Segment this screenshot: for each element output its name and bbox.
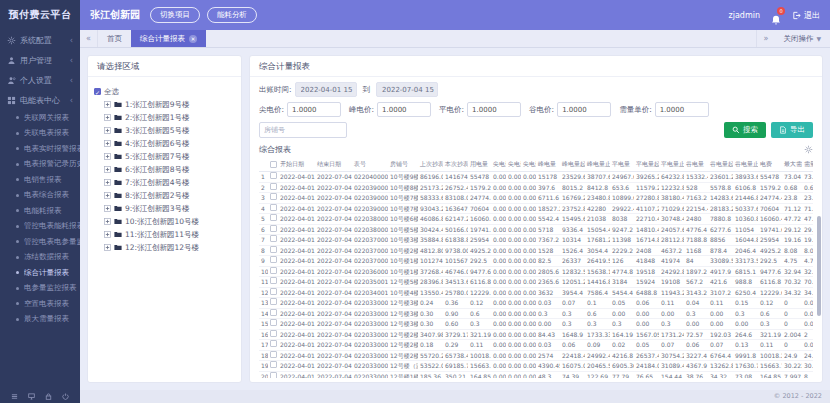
sidebar-group-personal-settings[interactable]: 个人设置 ‹ (0, 70, 80, 90)
price-filter-input-2[interactable] (467, 102, 521, 117)
tree-node[interactable]: 3:张江创新园5号楼 (94, 124, 235, 137)
sidebar-item[interactable]: 冻结数据报表 (0, 250, 80, 266)
topbar-pill-button[interactable]: 能耗分析 (207, 7, 257, 23)
tree-node[interactable]: 9:张江创新园3号楼 (94, 202, 235, 215)
report-table-container[interactable]: 开始日期结束日期表号房铺号上次抄表本次抄表用电量尖电量尖电量起尖电量止峰电量峰电… (259, 158, 813, 378)
tree-node[interactable]: 2:张江创新园1号楼 (94, 111, 235, 124)
row-checkbox[interactable] (270, 183, 277, 190)
sidebar-item[interactable]: 电参量监控报表 (0, 281, 80, 297)
row-checkbox[interactable] (270, 340, 277, 347)
tree-node[interactable]: 10:张江创新园10号楼 (94, 215, 235, 228)
row-checkbox[interactable] (270, 309, 277, 316)
row-checkbox[interactable] (270, 204, 277, 211)
tab-综合计量报表[interactable]: 综合计量报表 ✕ (131, 30, 206, 47)
table-row[interactable]: 17 2022-04-012022-07-040220330000812号楼2楼… (259, 340, 813, 351)
table-row[interactable]: 20 2022-04-012022-07-040220330000312号楼1楼… (259, 371, 813, 378)
table-row[interactable]: 7 2022-04-012022-07-040220370000310号楼3楼（… (259, 235, 813, 246)
row-checkbox[interactable] (270, 246, 277, 253)
sidebar-group-meter-center[interactable]: 电能表中心 ‹ (0, 90, 80, 110)
table-row[interactable]: 8 2022-04-012022-07-040220370000210号楼2楼（… (259, 245, 813, 256)
row-checkbox[interactable] (270, 288, 277, 295)
power-icon[interactable] (62, 393, 69, 400)
table-row[interactable]: 14 2022-04-012022-07-040220330000812号楼3楼… (259, 308, 813, 319)
table-row[interactable]: 19 2022-04-012022-07-040220330000612号楼（温… (259, 361, 813, 372)
date-from-input[interactable] (295, 82, 357, 97)
tree-node[interactable]: 4:张江创新园6号楼 (94, 137, 235, 150)
monitor-icon[interactable] (28, 393, 35, 400)
row-checkbox[interactable] (270, 372, 277, 379)
price-filter-input-0[interactable] (287, 102, 341, 117)
row-checkbox[interactable] (270, 351, 277, 358)
expand-icon[interactable] (104, 231, 111, 238)
tab-close-icon[interactable]: ✕ (189, 35, 197, 43)
row-checkbox[interactable] (270, 267, 277, 274)
tree-node[interactable]: 8:张江创新园2号楼 (94, 189, 235, 202)
expand-icon[interactable] (104, 101, 111, 108)
table-row[interactable]: 12 2022-04-012022-07-040220340010110号楼4楼… (259, 287, 813, 298)
expand-icon[interactable] (104, 218, 111, 225)
tree-node[interactable]: 11:张江创新园11号楼 (94, 228, 235, 241)
row-checkbox[interactable] (270, 214, 277, 221)
expand-icon[interactable] (104, 114, 111, 121)
row-checkbox[interactable] (270, 235, 277, 242)
price-filter-input-3[interactable] (557, 102, 611, 117)
expand-icon[interactable] (104, 127, 111, 134)
sidebar-group-user-mgmt[interactable]: 用户管理 ‹ (0, 50, 80, 70)
table-row[interactable]: 15 2022-04-012022-07-040220330000412号楼3楼… (259, 319, 813, 330)
table-settings-gear-icon[interactable] (804, 145, 813, 154)
table-row[interactable]: 13 2022-04-012022-07-040220330000912号楼3楼… (259, 298, 813, 309)
row-checkbox[interactable] (270, 256, 277, 263)
menu-icon[interactable] (11, 393, 18, 400)
table-row[interactable]: 1 2022-04-012022-07-040220400000110号楼9楼（… (259, 172, 813, 183)
sidebar-item[interactable]: 空置电表报表 (0, 296, 80, 312)
expand-icon[interactable] (104, 244, 111, 251)
expand-icon[interactable] (104, 179, 111, 186)
tree-node[interactable]: 6:张江创新园8号楼 (94, 163, 235, 176)
table-row[interactable]: 16 2022-04-012022-07-040220330000512号楼2楼… (259, 329, 813, 340)
sidebar-group-system-config[interactable]: 系统配置 ‹ (0, 30, 80, 50)
tree-node[interactable]: 12:张江创新园12号楼 (94, 241, 235, 254)
expand-icon[interactable] (104, 166, 111, 173)
close-operations-dropdown[interactable]: 关闭操作 ▼ (774, 30, 830, 47)
expand-icon[interactable] (104, 140, 111, 147)
tree-node[interactable]: 5:张江创新园7号楼 (94, 150, 235, 163)
logout-button[interactable]: 退出 (792, 10, 820, 21)
select-all-node[interactable]: ✓ 全选 (94, 85, 235, 98)
sidebar-item[interactable]: 管控电表能耗报表 (0, 219, 80, 235)
row-checkbox[interactable] (270, 361, 277, 368)
table-row[interactable]: 11 2022-04-012022-07-040220350010112号楼5楼… (259, 277, 813, 288)
price-filter-input-4[interactable] (655, 102, 709, 117)
tabs-collapse-button[interactable]: « (80, 30, 98, 47)
vertical-scrollbar-thumb[interactable] (817, 216, 821, 316)
date-to-input[interactable] (376, 82, 438, 97)
select-all-checkbox[interactable]: ✓ (94, 88, 101, 95)
table-row[interactable]: 2 2022-04-012022-07-040220390000110号楼8楼底… (259, 182, 813, 193)
tabs-forward-button[interactable]: » (756, 30, 774, 47)
row-checkbox[interactable] (270, 193, 277, 200)
notification-bell-icon[interactable]: 0 (771, 10, 781, 21)
tree-node[interactable]: 1:张江创新园9号楼 (94, 98, 235, 111)
price-filter-input-1[interactable] (377, 102, 431, 117)
sidebar-item[interactable]: 失联网关报表 (0, 110, 80, 126)
table-row[interactable]: 9 2022-04-012022-07-040220370000110号楼1楼（… (259, 256, 813, 267)
sidebar-item[interactable]: 电表综合报表 (0, 188, 80, 204)
search-button[interactable]: 搜索 (724, 122, 766, 138)
row-checkbox[interactable] (270, 225, 277, 232)
row-checkbox[interactable] (270, 330, 277, 337)
sidebar-item[interactable]: 综合计量报表 (0, 265, 80, 281)
row-checkbox[interactable] (270, 277, 277, 284)
row-checkbox[interactable] (270, 319, 277, 326)
row-checkbox[interactable] (270, 298, 277, 305)
tab-首页[interactable]: 首页 (98, 30, 131, 47)
sidebar-item[interactable]: 失联电表报表 (0, 126, 80, 142)
sidebar-item[interactable]: 电销售报表 (0, 172, 80, 188)
expand-icon[interactable] (104, 205, 111, 212)
sidebar-item[interactable]: 电表实时报警报表 (0, 141, 80, 157)
sidebar-item[interactable]: 电表报警记录历史报表 (0, 157, 80, 173)
table-row[interactable]: 3 2022-04-012022-07-040220390000210号楼7楼（… (259, 193, 813, 204)
expand-icon[interactable] (104, 192, 111, 199)
sidebar-item[interactable]: 最大需量报表 (0, 312, 80, 328)
topbar-pill-button[interactable]: 切换项目 (150, 7, 200, 23)
sidebar-item[interactable]: 电能耗报表 (0, 203, 80, 219)
lock-icon[interactable] (45, 393, 52, 400)
